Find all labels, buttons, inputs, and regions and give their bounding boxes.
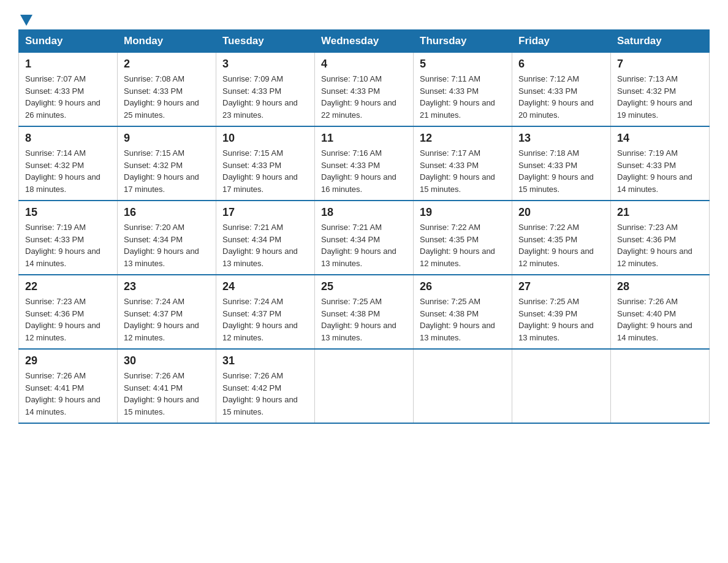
page-header	[18, 12, 710, 23]
day-info: Sunrise: 7:23 AMSunset: 4:36 PMDaylight:…	[25, 297, 100, 342]
calendar-week-row: 8 Sunrise: 7:14 AMSunset: 4:32 PMDayligh…	[19, 126, 710, 201]
day-info: Sunrise: 7:20 AMSunset: 4:34 PMDaylight:…	[124, 223, 199, 268]
day-number: 18	[321, 206, 407, 219]
calendar-cell: 17 Sunrise: 7:21 AMSunset: 4:34 PMDaylig…	[216, 201, 315, 275]
calendar-cell: 30 Sunrise: 7:26 AMSunset: 4:41 PMDaylig…	[118, 349, 216, 423]
weekday-header-monday: Monday	[118, 30, 216, 53]
day-number: 8	[25, 132, 111, 145]
calendar-cell: 14 Sunrise: 7:19 AMSunset: 4:33 PMDaylig…	[611, 126, 710, 201]
calendar-cell: 25 Sunrise: 7:25 AMSunset: 4:38 PMDaylig…	[315, 275, 414, 349]
day-info: Sunrise: 7:17 AMSunset: 4:33 PMDaylight:…	[420, 148, 495, 194]
calendar-cell	[414, 349, 512, 423]
day-info: Sunrise: 7:16 AMSunset: 4:33 PMDaylight:…	[321, 148, 396, 194]
calendar-cell: 19 Sunrise: 7:22 AMSunset: 4:35 PMDaylig…	[414, 201, 512, 275]
day-info: Sunrise: 7:13 AMSunset: 4:32 PMDaylight:…	[617, 74, 692, 120]
calendar-cell: 26 Sunrise: 7:25 AMSunset: 4:38 PMDaylig…	[414, 275, 512, 349]
weekday-header-sunday: Sunday	[19, 30, 118, 53]
day-number: 4	[321, 58, 407, 71]
calendar-cell: 22 Sunrise: 7:23 AMSunset: 4:36 PMDaylig…	[19, 275, 118, 349]
day-info: Sunrise: 7:25 AMSunset: 4:38 PMDaylight:…	[420, 297, 495, 342]
calendar-cell: 13 Sunrise: 7:18 AMSunset: 4:33 PMDaylig…	[512, 126, 611, 201]
calendar-cell: 21 Sunrise: 7:23 AMSunset: 4:36 PMDaylig…	[611, 201, 710, 275]
day-info: Sunrise: 7:26 AMSunset: 4:41 PMDaylight:…	[124, 371, 199, 416]
calendar-cell: 15 Sunrise: 7:19 AMSunset: 4:33 PMDaylig…	[19, 201, 118, 275]
calendar-cell: 5 Sunrise: 7:11 AMSunset: 4:33 PMDayligh…	[414, 53, 512, 127]
day-number: 13	[518, 132, 604, 145]
day-number: 10	[222, 132, 308, 145]
weekday-header-thursday: Thursday	[414, 30, 512, 53]
weekday-header-wednesday: Wednesday	[315, 30, 414, 53]
day-number: 30	[124, 354, 210, 367]
day-number: 27	[518, 280, 604, 293]
calendar-cell: 2 Sunrise: 7:08 AMSunset: 4:33 PMDayligh…	[118, 53, 216, 127]
calendar-cell: 10 Sunrise: 7:15 AMSunset: 4:33 PMDaylig…	[216, 126, 315, 201]
day-number: 19	[420, 206, 506, 219]
calendar-cell: 29 Sunrise: 7:26 AMSunset: 4:41 PMDaylig…	[19, 349, 118, 423]
calendar-cell: 7 Sunrise: 7:13 AMSunset: 4:32 PMDayligh…	[611, 53, 710, 127]
day-number: 17	[222, 206, 308, 219]
calendar-cell	[512, 349, 611, 423]
calendar-cell: 12 Sunrise: 7:17 AMSunset: 4:33 PMDaylig…	[414, 126, 512, 201]
day-number: 26	[420, 280, 506, 293]
day-info: Sunrise: 7:08 AMSunset: 4:33 PMDaylight:…	[124, 74, 199, 120]
day-number: 28	[617, 280, 703, 293]
day-number: 24	[222, 280, 308, 293]
calendar-cell: 3 Sunrise: 7:09 AMSunset: 4:33 PMDayligh…	[216, 53, 315, 127]
calendar-week-row: 15 Sunrise: 7:19 AMSunset: 4:33 PMDaylig…	[19, 201, 710, 275]
calendar-table: SundayMondayTuesdayWednesdayThursdayFrid…	[18, 29, 710, 424]
day-info: Sunrise: 7:14 AMSunset: 4:32 PMDaylight:…	[25, 148, 100, 194]
calendar-cell: 11 Sunrise: 7:16 AMSunset: 4:33 PMDaylig…	[315, 126, 414, 201]
calendar-cell	[315, 349, 414, 423]
calendar-cell: 1 Sunrise: 7:07 AMSunset: 4:33 PMDayligh…	[19, 53, 118, 127]
calendar-body: 1 Sunrise: 7:07 AMSunset: 4:33 PMDayligh…	[19, 53, 710, 424]
calendar-cell: 9 Sunrise: 7:15 AMSunset: 4:32 PMDayligh…	[118, 126, 216, 201]
day-info: Sunrise: 7:07 AMSunset: 4:33 PMDaylight:…	[25, 74, 100, 120]
day-number: 15	[25, 206, 111, 219]
day-number: 25	[321, 280, 407, 293]
day-number: 29	[25, 354, 111, 367]
day-number: 22	[25, 280, 111, 293]
day-info: Sunrise: 7:19 AMSunset: 4:33 PMDaylight:…	[25, 223, 100, 268]
day-number: 3	[222, 58, 308, 71]
calendar-cell: 6 Sunrise: 7:12 AMSunset: 4:33 PMDayligh…	[512, 53, 611, 127]
calendar-cell: 24 Sunrise: 7:24 AMSunset: 4:37 PMDaylig…	[216, 275, 315, 349]
day-number: 12	[420, 132, 506, 145]
day-number: 11	[321, 132, 407, 145]
day-number: 7	[617, 58, 703, 71]
day-info: Sunrise: 7:26 AMSunset: 4:42 PMDaylight:…	[222, 371, 298, 416]
day-number: 6	[518, 58, 604, 71]
calendar-week-row: 29 Sunrise: 7:26 AMSunset: 4:41 PMDaylig…	[19, 349, 710, 423]
calendar-week-row: 22 Sunrise: 7:23 AMSunset: 4:36 PMDaylig…	[19, 275, 710, 349]
day-info: Sunrise: 7:11 AMSunset: 4:33 PMDaylight:…	[420, 74, 495, 120]
weekday-header-tuesday: Tuesday	[216, 30, 315, 53]
day-info: Sunrise: 7:15 AMSunset: 4:33 PMDaylight:…	[222, 148, 298, 194]
day-info: Sunrise: 7:25 AMSunset: 4:39 PMDaylight:…	[518, 297, 594, 342]
day-info: Sunrise: 7:15 AMSunset: 4:32 PMDaylight:…	[124, 148, 199, 194]
day-number: 23	[124, 280, 210, 293]
day-number: 1	[25, 58, 111, 71]
logo-arrow-icon	[20, 15, 32, 26]
day-info: Sunrise: 7:10 AMSunset: 4:33 PMDaylight:…	[321, 74, 396, 120]
day-info: Sunrise: 7:24 AMSunset: 4:37 PMDaylight:…	[222, 297, 298, 342]
day-number: 20	[518, 206, 604, 219]
day-info: Sunrise: 7:21 AMSunset: 4:34 PMDaylight:…	[222, 223, 298, 268]
day-number: 9	[124, 132, 210, 145]
day-info: Sunrise: 7:21 AMSunset: 4:34 PMDaylight:…	[321, 223, 396, 268]
day-number: 2	[124, 58, 210, 71]
day-info: Sunrise: 7:19 AMSunset: 4:33 PMDaylight:…	[617, 148, 692, 194]
day-info: Sunrise: 7:26 AMSunset: 4:40 PMDaylight:…	[617, 297, 692, 342]
day-number: 21	[617, 206, 703, 219]
calendar-cell: 28 Sunrise: 7:26 AMSunset: 4:40 PMDaylig…	[611, 275, 710, 349]
day-info: Sunrise: 7:23 AMSunset: 4:36 PMDaylight:…	[617, 223, 692, 268]
day-number: 16	[124, 206, 210, 219]
calendar-cell: 8 Sunrise: 7:14 AMSunset: 4:32 PMDayligh…	[19, 126, 118, 201]
day-number: 14	[617, 132, 703, 145]
logo-general	[18, 12, 32, 23]
day-info: Sunrise: 7:25 AMSunset: 4:38 PMDaylight:…	[321, 297, 396, 342]
day-info: Sunrise: 7:09 AMSunset: 4:33 PMDaylight:…	[222, 74, 298, 120]
calendar-cell: 18 Sunrise: 7:21 AMSunset: 4:34 PMDaylig…	[315, 201, 414, 275]
calendar-cell	[611, 349, 710, 423]
weekday-header-friday: Friday	[512, 30, 611, 53]
calendar-cell: 27 Sunrise: 7:25 AMSunset: 4:39 PMDaylig…	[512, 275, 611, 349]
weekday-header-saturday: Saturday	[611, 30, 710, 53]
